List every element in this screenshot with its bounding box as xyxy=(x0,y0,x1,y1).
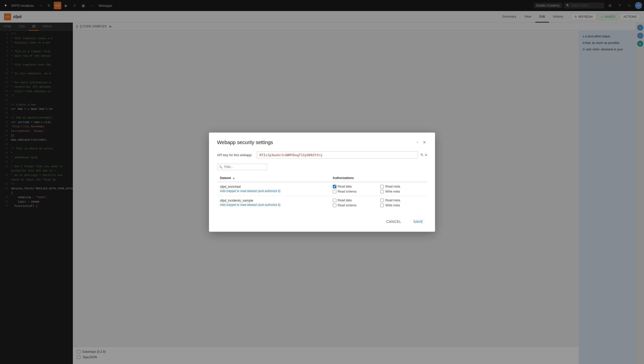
edit-api-key-btn[interactable]: ✎ xyxy=(420,153,423,157)
list-api-key-btn[interactable]: ≡ xyxy=(425,153,427,157)
write-meta-row-1: Write meta xyxy=(380,190,424,193)
api-key-row: API key for this webapp: ✎ ≡ xyxy=(217,151,427,159)
filter-input[interactable] xyxy=(217,164,267,170)
read-meta-row-1: Read meta xyxy=(380,185,424,188)
dataset-link-1[interactable]: Add snippet to read dataset (and authori… xyxy=(220,189,327,193)
read-schema-row-2: Read schema xyxy=(333,204,377,207)
read-data-checkbox-2[interactable] xyxy=(333,199,336,202)
table-row: sfpd_incidents_sample Add snippet to rea… xyxy=(217,196,427,210)
write-meta-checkbox-2[interactable] xyxy=(380,204,384,207)
api-key-input[interactable] xyxy=(257,151,418,159)
modal-footer: CANCEL SAVE xyxy=(217,218,427,226)
read-schema-label-2: Read schema xyxy=(338,204,356,207)
read-meta-label-2: Read meta xyxy=(385,199,400,202)
cancel-button[interactable]: CANCEL xyxy=(382,218,405,226)
modal-title: Webapp security settings xyxy=(217,140,273,145)
read-data-row-2: Read data xyxy=(333,199,377,202)
read-schema-checkbox-1[interactable] xyxy=(333,190,336,193)
auth-grid-1: Read data Read meta Read schema xyxy=(333,185,424,193)
sort-icon[interactable]: ▲ xyxy=(233,177,235,179)
webapp-security-modal: Webapp security settings − ✕ API key for… xyxy=(209,133,435,232)
read-schema-row-1: Read schema xyxy=(333,190,377,193)
write-meta-row-2: Write meta xyxy=(380,204,424,207)
write-meta-label-1: Write meta xyxy=(385,190,400,193)
modal-close-btn[interactable]: ✕ xyxy=(422,140,427,145)
read-schema-label-1: Read schema xyxy=(338,190,356,193)
read-meta-checkbox-1[interactable] xyxy=(380,185,384,188)
dataset-table: Dataset ▲ Authorizations sfpd_enriched A… xyxy=(217,174,427,210)
read-meta-row-2: Read meta xyxy=(380,199,424,202)
api-key-label: API key for this webapp: xyxy=(217,153,252,157)
table-row: sfpd_enriched Add snippet to read datase… xyxy=(217,182,427,196)
read-data-row-1: Read data xyxy=(333,185,377,188)
read-meta-checkbox-2[interactable] xyxy=(380,199,384,202)
dataset-cell-1: sfpd_enriched Add snippet to read datase… xyxy=(217,182,330,196)
api-key-icons: ✎ ≡ xyxy=(420,153,427,157)
col-dataset: Dataset ▲ xyxy=(217,174,330,182)
write-meta-checkbox-1[interactable] xyxy=(380,190,384,193)
read-data-label-2: Read data xyxy=(338,199,352,202)
modal-close-btns: − ✕ xyxy=(415,140,427,145)
auth-grid-2: Read data Read meta Read schema xyxy=(333,199,424,207)
col-authorizations: Authorizations xyxy=(330,174,427,182)
read-meta-label-1: Read meta xyxy=(385,185,400,188)
save-button[interactable]: SAVE xyxy=(409,218,427,226)
filter-row: 🔍 xyxy=(217,164,427,170)
write-meta-label-2: Write meta xyxy=(385,204,400,207)
dataset-link-2[interactable]: Add snippet to read dataset (and authori… xyxy=(220,203,327,207)
dataset-name-2: sfpd_incidents_sample xyxy=(220,199,327,202)
dataset-cell-2: sfpd_incidents_sample Add snippet to rea… xyxy=(217,196,330,210)
auth-cell-2: Read data Read meta Read schema xyxy=(330,196,427,210)
filter-search-icon: 🔍 xyxy=(219,165,223,168)
auth-cell-1: Read data Read meta Read schema xyxy=(330,182,427,196)
modal-overlay: Webapp security settings − ✕ API key for… xyxy=(0,0,644,364)
read-schema-checkbox-2[interactable] xyxy=(333,204,336,207)
dataset-name-1: sfpd_enriched xyxy=(220,185,327,189)
modal-header: Webapp security settings − ✕ xyxy=(217,140,427,145)
read-data-label-1: Read data xyxy=(338,185,352,188)
read-data-checkbox-1[interactable] xyxy=(333,185,336,188)
modal-minimize-btn[interactable]: − xyxy=(415,140,420,145)
filter-wrap: 🔍 xyxy=(217,164,267,170)
table-header-row: Dataset ▲ Authorizations xyxy=(217,174,427,182)
